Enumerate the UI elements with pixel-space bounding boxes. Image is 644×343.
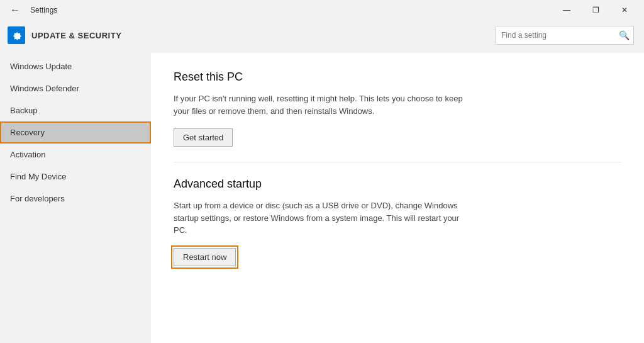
sidebar-item-find-my-device[interactable]: Find My Device: [0, 166, 151, 188]
restart-now-button[interactable]: Restart now: [174, 248, 236, 266]
sidebar-item-for-developers[interactable]: For developers: [0, 188, 151, 210]
get-started-button[interactable]: Get started: [174, 128, 233, 147]
app-title: UPDATE & SECURITY: [31, 31, 121, 40]
advanced-startup-description: Start up from a device or disc (such as …: [174, 200, 463, 237]
advanced-startup-section: Advanced startup Start up from a device …: [174, 177, 621, 266]
title-bar: ← Settings — ❐ ✕: [0, 0, 644, 20]
back-button[interactable]: ←: [5, 2, 25, 18]
restore-button[interactable]: ❐: [581, 0, 610, 20]
app-icon: [8, 26, 25, 44]
reset-title: Reset this PC: [174, 70, 621, 84]
sidebar: Windows Update Windows Defender Backup R…: [0, 53, 151, 343]
search-box[interactable]: 🔍: [496, 26, 634, 45]
app-header-left: UPDATE & SECURITY: [8, 26, 121, 44]
title-bar-title: Settings: [30, 6, 57, 14]
sidebar-item-recovery[interactable]: Recovery: [0, 121, 151, 143]
sidebar-item-windows-update[interactable]: Windows Update: [0, 55, 151, 77]
reset-description: If your PC isn't running well, resetting…: [174, 93, 463, 117]
reset-section: Reset this PC If your PC isn't running w…: [174, 70, 621, 147]
app-header: UPDATE & SECURITY 🔍: [0, 20, 644, 53]
settings-icon: [11, 30, 22, 41]
advanced-startup-title: Advanced startup: [174, 177, 621, 191]
minimize-button[interactable]: —: [552, 0, 581, 20]
sidebar-item-activation[interactable]: Activation: [0, 143, 151, 166]
section-divider: [174, 162, 621, 162]
title-bar-left: ← Settings: [5, 2, 57, 18]
title-bar-controls: — ❐ ✕: [552, 0, 639, 20]
sidebar-item-windows-defender[interactable]: Windows Defender: [0, 77, 151, 99]
sidebar-item-backup[interactable]: Backup: [0, 99, 151, 121]
close-button[interactable]: ✕: [610, 0, 639, 20]
main-layout: Windows Update Windows Defender Backup R…: [0, 53, 644, 343]
content-area: Reset this PC If your PC isn't running w…: [151, 53, 644, 343]
search-input[interactable]: [496, 31, 614, 40]
search-icon[interactable]: 🔍: [614, 26, 633, 45]
